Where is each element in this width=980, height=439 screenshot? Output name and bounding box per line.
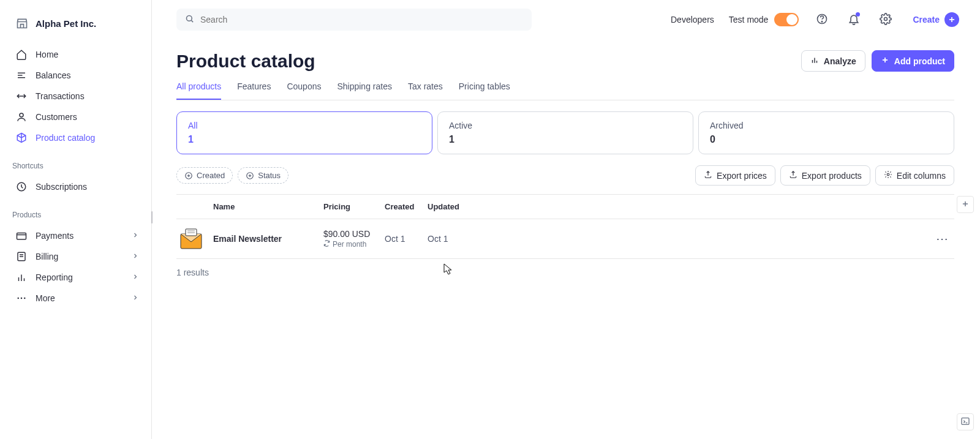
product-updated: Oct 1 bbox=[428, 234, 477, 244]
th-pricing: Pricing bbox=[323, 202, 385, 211]
analyze-chart-icon bbox=[810, 56, 819, 66]
filter-status-label: Status bbox=[258, 171, 281, 180]
content: Product catalog Analyze Add product All … bbox=[152, 39, 980, 290]
catalog-tabs: All products Features Coupons Shipping r… bbox=[176, 81, 954, 100]
filter-status[interactable]: Status bbox=[238, 167, 288, 184]
billing-icon bbox=[16, 251, 27, 262]
tab-all-products[interactable]: All products bbox=[176, 81, 221, 100]
tab-shipping-rates[interactable]: Shipping rates bbox=[337, 81, 392, 100]
nav-subscriptions[interactable]: Subscriptions bbox=[0, 176, 151, 197]
add-circle-icon bbox=[246, 171, 254, 180]
transactions-icon bbox=[16, 91, 27, 102]
test-mode-toggle[interactable] bbox=[774, 13, 799, 26]
plus-icon bbox=[881, 56, 889, 66]
product-created: Oct 1 bbox=[385, 234, 428, 244]
nav-billing-label: Billing bbox=[36, 252, 58, 261]
nav-subscriptions-label: Subscriptions bbox=[36, 182, 87, 192]
tab-tax-rates[interactable]: Tax rates bbox=[408, 81, 443, 100]
analyze-button[interactable]: Analyze bbox=[801, 50, 865, 72]
settings-button[interactable] bbox=[877, 11, 894, 28]
notifications-button[interactable] bbox=[845, 11, 862, 28]
nav-transactions[interactable]: Transactions bbox=[0, 86, 151, 107]
svg-point-13 bbox=[21, 298, 23, 299]
customers-icon bbox=[16, 111, 27, 122]
chevron-right-icon bbox=[132, 252, 139, 261]
svg-point-33 bbox=[887, 173, 889, 176]
nav-product-catalog[interactable]: Product catalog bbox=[0, 127, 151, 148]
status-card-label: All bbox=[188, 121, 421, 130]
nav-transactions-label: Transactions bbox=[36, 91, 85, 101]
help-icon bbox=[816, 13, 828, 27]
page-header: Product catalog Analyze Add product bbox=[176, 50, 954, 72]
home-icon bbox=[16, 49, 27, 60]
nav-billing[interactable]: Billing bbox=[0, 246, 151, 267]
filters-row: Created Status Export prices Export prod… bbox=[176, 165, 954, 186]
svg-rect-5 bbox=[17, 233, 26, 240]
nav-reporting[interactable]: Reporting bbox=[0, 267, 151, 288]
svg-rect-40 bbox=[962, 418, 969, 424]
nav-reporting-label: Reporting bbox=[36, 272, 73, 282]
test-mode-label: Test mode bbox=[729, 15, 769, 24]
nav-payments-label: Payments bbox=[36, 231, 74, 241]
help-button[interactable] bbox=[813, 11, 831, 28]
recurring-icon bbox=[323, 240, 330, 249]
bell-icon bbox=[848, 13, 860, 27]
row-menu-button[interactable]: ⋯ bbox=[930, 231, 954, 246]
shortcuts-heading: Shortcuts bbox=[0, 151, 151, 174]
edit-columns-button[interactable]: Edit columns bbox=[875, 165, 954, 186]
nav-balances[interactable]: Balances bbox=[0, 65, 151, 86]
products-heading: Products bbox=[0, 200, 151, 223]
tab-pricing-tables[interactable]: Pricing tables bbox=[459, 81, 510, 100]
svg-point-15 bbox=[187, 16, 192, 21]
brand-name: Alpha Pet Inc. bbox=[36, 18, 96, 29]
tab-coupons[interactable]: Coupons bbox=[287, 81, 321, 100]
svg-point-3 bbox=[20, 113, 23, 117]
page-title: Product catalog bbox=[176, 51, 315, 72]
create-label: Create bbox=[913, 15, 940, 24]
more-icon bbox=[16, 293, 27, 304]
chevron-right-icon bbox=[132, 293, 139, 303]
payments-icon bbox=[16, 230, 27, 241]
nav-home[interactable]: Home bbox=[0, 44, 151, 65]
shortcuts-nav: Subscriptions bbox=[0, 174, 151, 200]
add-circle-icon bbox=[184, 171, 193, 180]
sidebar-header[interactable]: Alpha Pet Inc. bbox=[0, 12, 151, 42]
export-prices-label: Export prices bbox=[717, 171, 767, 181]
product-icon bbox=[179, 227, 203, 251]
side-panel-expand-button[interactable] bbox=[957, 196, 974, 213]
export-prices-button[interactable]: Export prices bbox=[695, 165, 775, 186]
status-card-count: 0 bbox=[710, 134, 943, 145]
export-products-button[interactable]: Export products bbox=[780, 165, 870, 186]
reporting-icon bbox=[16, 272, 27, 283]
product-catalog-icon bbox=[16, 132, 27, 143]
status-card-count: 1 bbox=[449, 134, 682, 145]
main: Developers Test mode Create Product cata… bbox=[152, 0, 980, 439]
status-card-all[interactable]: All 1 bbox=[176, 111, 432, 154]
console-button[interactable] bbox=[957, 413, 974, 430]
status-card-archived[interactable]: Archived 0 bbox=[698, 111, 954, 154]
table-header: Name Pricing Created Updated bbox=[176, 194, 954, 219]
developers-link[interactable]: Developers bbox=[671, 15, 714, 24]
svg-point-14 bbox=[24, 298, 26, 299]
nav-more-label: More bbox=[36, 293, 55, 303]
filter-created[interactable]: Created bbox=[176, 167, 233, 184]
tab-features[interactable]: Features bbox=[237, 81, 271, 100]
create-button[interactable]: Create bbox=[909, 10, 963, 29]
svg-point-12 bbox=[17, 298, 19, 299]
svg-point-19 bbox=[884, 17, 888, 20]
search-input[interactable] bbox=[200, 15, 523, 24]
nav-payments[interactable]: Payments bbox=[0, 225, 151, 246]
status-cards: All 1 Active 1 Archived 0 bbox=[176, 111, 954, 154]
status-card-active[interactable]: Active 1 bbox=[437, 111, 693, 154]
status-card-label: Active bbox=[449, 121, 682, 130]
status-card-count: 1 bbox=[188, 134, 421, 145]
balances-icon bbox=[16, 70, 27, 81]
edit-columns-label: Edit columns bbox=[897, 171, 946, 181]
plus-icon bbox=[961, 200, 970, 210]
nav-more[interactable]: More bbox=[0, 288, 151, 309]
th-created: Created bbox=[385, 202, 428, 211]
add-product-button[interactable]: Add product bbox=[872, 50, 954, 72]
nav-customers[interactable]: Customers bbox=[0, 107, 151, 127]
table-row[interactable]: Email Newsletter $90.00 USD Per month Oc… bbox=[176, 219, 954, 259]
search-input-wrapper[interactable] bbox=[176, 9, 532, 31]
